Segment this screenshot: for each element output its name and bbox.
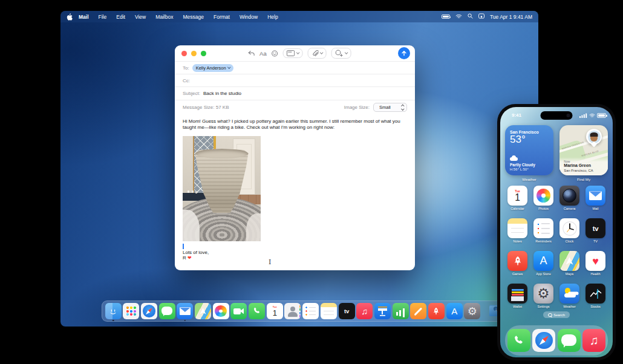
send-button[interactable]: [398, 47, 410, 59]
emoji-icon[interactable]: [272, 50, 278, 57]
wifi-icon[interactable]: [455, 14, 462, 20]
attach-file-button[interactable]: [308, 48, 327, 59]
dock-item-facetime[interactable]: [230, 303, 247, 319]
home-search-pill[interactable]: Search: [543, 311, 570, 318]
phone-app-clock[interactable]: Clock: [557, 218, 582, 243]
iphone: 9:41 San Francisco 53° Partly Cloudy H:5…: [497, 104, 616, 360]
numbers-icon: [393, 303, 409, 319]
weather-widget[interactable]: San Francisco 53° Partly Cloudy H:56° L:…: [505, 125, 553, 175]
app-label: Wallet: [513, 305, 522, 308]
find-my-place: Marina Green: [564, 163, 604, 169]
find-my-widget[interactable]: MARINA GREEN DR MARINA BLVD Now Marina G…: [559, 125, 608, 175]
safari-dock-icon[interactable]: [532, 329, 555, 352]
menu-item-file[interactable]: File: [94, 14, 112, 20]
phone-dock-icon[interactable]: [507, 329, 530, 352]
minimize-window-button[interactable]: [191, 51, 197, 56]
phone-app-tv[interactable]: tvTV: [583, 218, 608, 243]
maps-icon: [195, 303, 211, 319]
phone-app-mail[interactable]: Mail: [583, 186, 608, 210]
phone-app-weather[interactable]: Weather: [557, 284, 582, 308]
heart-emoji: ❤: [188, 255, 192, 261]
message-body[interactable]: Hi Mom! Guess what? I picked up pottery …: [175, 114, 415, 270]
menu-item-format[interactable]: Format: [209, 14, 235, 20]
cc-field[interactable]: Cc:: [175, 74, 415, 86]
dock-item-maps[interactable]: [194, 303, 211, 319]
app-store-letter: A: [451, 306, 457, 316]
app-label: Games: [512, 272, 523, 276]
weather-temperature: 53°: [510, 134, 549, 146]
undo-icon[interactable]: [247, 50, 255, 57]
launchpad-icon: [123, 303, 139, 319]
dock-item-tv[interactable]: tv: [338, 303, 355, 319]
spotlight-search-icon[interactable]: [468, 13, 473, 20]
dock-item-music[interactable]: [356, 303, 373, 319]
app-label: Calendar: [510, 207, 524, 210]
phone-app-notes[interactable]: Notes: [505, 218, 530, 243]
phone-app-app-store[interactable]: AApp Store: [531, 251, 556, 276]
phone-app-calendar[interactable]: Tue1Calendar: [505, 186, 530, 210]
dock-item-launchpad[interactable]: [123, 303, 140, 319]
dock-item-numbers[interactable]: [392, 303, 409, 319]
pottery-photo-attachment[interactable]: [183, 136, 261, 241]
subject-field[interactable]: Subject: Back in the studio: [175, 86, 415, 100]
phone-app-camera[interactable]: Camera: [557, 186, 582, 210]
dock-item-phone[interactable]: [249, 303, 266, 319]
menu-item-view[interactable]: View: [130, 14, 151, 20]
stepper-icon: [402, 105, 404, 110]
format-button[interactable]: Aa: [259, 50, 267, 57]
music-dock-icon[interactable]: [582, 329, 605, 352]
chevron-down-icon: [227, 66, 230, 69]
phone-app-games[interactable]: Games: [505, 251, 530, 276]
dock-item-games[interactable]: [428, 303, 445, 319]
system-settings-icon: [464, 303, 480, 319]
weather-high-low: H:56° L:50°: [510, 167, 549, 171]
phone-app-stocks[interactable]: Stocks: [583, 284, 608, 308]
traffic-lights: [181, 51, 206, 56]
weather-app-icon: [559, 284, 579, 304]
phone-app-health[interactable]: Health: [583, 251, 608, 276]
insert-photo-button[interactable]: [331, 48, 351, 59]
dock-item-messages[interactable]: [158, 303, 175, 319]
menu-item-edit[interactable]: Edit: [111, 14, 130, 20]
pages-icon: [410, 303, 426, 319]
phone-app-settings[interactable]: Settings: [531, 284, 556, 308]
phone-app-maps[interactable]: Maps: [557, 251, 582, 276]
dock-item-finder[interactable]: [105, 303, 122, 319]
zoom-window-button[interactable]: [201, 51, 206, 56]
phone-app-reminders[interactable]: Reminders: [531, 218, 556, 243]
dock-item-notes[interactable]: [320, 303, 337, 319]
control-center-icon[interactable]: [478, 13, 484, 20]
menu-item-mailbox[interactable]: Mailbox: [151, 14, 178, 20]
dock-item-system-settings[interactable]: [464, 303, 481, 319]
dock-item-app-store[interactable]: A: [446, 303, 463, 319]
app-label: Maps: [566, 272, 573, 276]
menu-item-window[interactable]: Window: [235, 14, 263, 20]
dock-item-reminders[interactable]: [302, 303, 319, 319]
dock-item-pages[interactable]: [410, 303, 427, 319]
apple-menu-icon[interactable]: [67, 13, 73, 21]
app-label: Reminders: [535, 239, 552, 243]
recipient-token[interactable]: Kelly Anderson: [192, 64, 234, 72]
image-size-select[interactable]: Small: [373, 103, 407, 112]
dock-item-photos[interactable]: [212, 303, 229, 319]
menu-bar-clock[interactable]: Tue Apr 1 9:41 AM: [490, 14, 532, 20]
phone-app-photos[interactable]: Photos: [531, 186, 556, 210]
header-style-button[interactable]: [283, 48, 303, 58]
phone-app-wallet[interactable]: Wallet: [505, 284, 530, 308]
menu-item-mail[interactable]: Mail: [74, 14, 94, 20]
settings-app-icon: [533, 284, 553, 304]
dock-item-contacts[interactable]: [284, 303, 301, 319]
compose-toolbar: Aa: [175, 45, 415, 61]
menu-item-help[interactable]: Help: [263, 14, 282, 20]
image-size-label: Image Size:: [344, 105, 370, 110]
dock-item-keynote[interactable]: [374, 303, 391, 319]
battery-icon[interactable]: [442, 15, 450, 19]
to-field[interactable]: To: Kelly Anderson: [175, 61, 415, 74]
dock-item-mail[interactable]: [177, 303, 194, 319]
dock-item-calendar[interactable]: Tue1: [266, 303, 283, 319]
menu-item-message[interactable]: Message: [178, 14, 209, 20]
dock-item-safari[interactable]: [140, 303, 157, 319]
messages-dock-icon[interactable]: [558, 329, 581, 352]
weather-condition: Partly Cloudy: [510, 163, 549, 167]
close-window-button[interactable]: [181, 51, 187, 56]
